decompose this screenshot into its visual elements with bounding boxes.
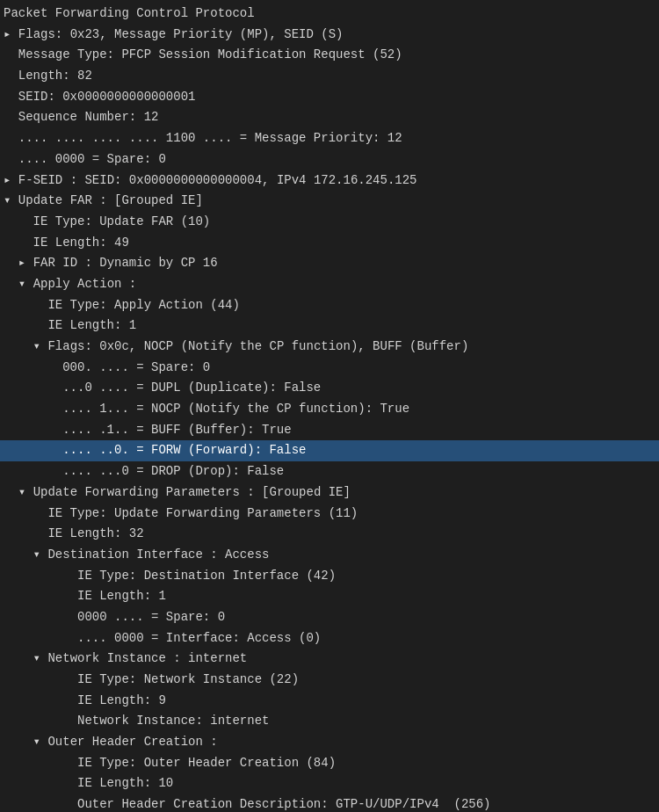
detail-line-l29: IE Length: 1 bbox=[0, 586, 659, 607]
detail-line-l23: .... ...0 = DROP (Drop): False bbox=[0, 461, 659, 482]
detail-line-l28: IE Type: Destination Interface (42) bbox=[0, 566, 659, 587]
detail-line-l11: IE Type: Update FAR (10) bbox=[0, 212, 659, 233]
detail-line-l33: IE Type: Network Instance (22) bbox=[0, 670, 659, 691]
detail-line-l21: .... .1.. = BUFF (Buffer): True bbox=[0, 420, 659, 441]
detail-line-l19: ...0 .... = DUPL (Duplicate): False bbox=[0, 378, 659, 399]
detail-line-l15: IE Type: Apply Action (44) bbox=[0, 295, 659, 316]
detail-line-l9: ▸ F-SEID : SEID: 0x0000000000000004, IPv… bbox=[0, 170, 659, 192]
detail-line-l6: Sequence Number: 12 bbox=[0, 107, 659, 128]
detail-line-l10: ▾ Update FAR : [Grouped IE] bbox=[0, 191, 659, 212]
detail-line-l5: SEID: 0x0000000000000001 bbox=[0, 87, 659, 108]
detail-line-l27: ▾ Destination Interface : Access bbox=[0, 545, 659, 566]
packet-detail-panel: Packet Forwarding Control Protocol▸ Flag… bbox=[0, 0, 659, 812]
detail-line-l25: IE Type: Update Forwarding Parameters (1… bbox=[0, 504, 659, 525]
detail-line-l7: .... .... .... .... 1100 .... = Message … bbox=[0, 128, 659, 149]
detail-line-l17: ▾ Flags: 0x0c, NOCP (Notify the CP funct… bbox=[0, 337, 659, 358]
detail-line-l12: IE Length: 49 bbox=[0, 233, 659, 254]
detail-line-l30: 0000 .... = Spare: 0 bbox=[0, 607, 659, 628]
detail-line-l16: IE Length: 1 bbox=[0, 315, 659, 337]
detail-line-l39: Outer Header Creation Description: GTP-U… bbox=[0, 794, 659, 812]
detail-line-l2: ▸ Flags: 0x23, Message Priority (MP), SE… bbox=[0, 25, 659, 46]
detail-line-l4: Length: 82 bbox=[0, 66, 659, 87]
detail-line-l14: ▾ Apply Action : bbox=[0, 274, 659, 295]
detail-line-l36: ▾ Outer Header Creation : bbox=[0, 732, 659, 753]
detail-line-l13: ▸ FAR ID : Dynamic by CP 16 bbox=[0, 253, 659, 274]
detail-line-l20: .... 1... = NOCP (Notify the CP function… bbox=[0, 399, 659, 420]
detail-line-l26: IE Length: 32 bbox=[0, 524, 659, 545]
detail-line-l8: .... 0000 = Spare: 0 bbox=[0, 149, 659, 170]
detail-line-l31: .... 0000 = Interface: Access (0) bbox=[0, 628, 659, 649]
detail-line-l22: .... ..0. = FORW (Forward): False bbox=[0, 440, 659, 461]
detail-line-l24: ▾ Update Forwarding Parameters : [Groupe… bbox=[0, 482, 659, 504]
detail-line-l32: ▾ Network Instance : internet bbox=[0, 649, 659, 670]
detail-line-l38: IE Length: 10 bbox=[0, 773, 659, 794]
detail-line-l34: IE Length: 9 bbox=[0, 691, 659, 712]
detail-line-l35: Network Instance: internet bbox=[0, 711, 659, 732]
detail-line-l1: Packet Forwarding Control Protocol bbox=[0, 4, 659, 25]
detail-line-l18: 000. .... = Spare: 0 bbox=[0, 358, 659, 379]
detail-line-l37: IE Type: Outer Header Creation (84) bbox=[0, 753, 659, 774]
detail-line-l3: Message Type: PFCP Session Modification … bbox=[0, 45, 659, 66]
